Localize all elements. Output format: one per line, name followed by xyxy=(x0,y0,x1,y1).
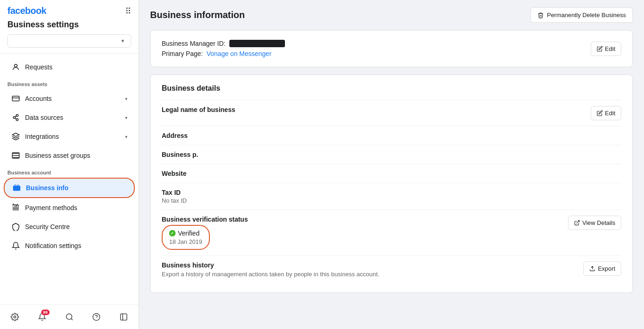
verification-status-section: ✓ Verified 18 Jan 2019 xyxy=(162,225,568,250)
data-sources-label: Data sources xyxy=(25,114,125,121)
svg-point-3 xyxy=(13,117,16,119)
tax-id-label: Tax ID xyxy=(162,189,621,196)
sidebar-item-business-info[interactable]: Business info xyxy=(4,178,135,198)
integrations-label: Integrations xyxy=(25,133,125,140)
sidebar-item-notification-settings[interactable]: Notification settings xyxy=(4,236,135,255)
website-label: Website xyxy=(162,170,621,177)
address-row: Address xyxy=(162,126,621,145)
facebook-logo: facebook xyxy=(7,6,46,16)
fb-logo-row: facebook ⠿ xyxy=(7,6,131,16)
notifications-badge: 99 xyxy=(41,310,50,315)
svg-rect-1 xyxy=(13,96,19,101)
svg-line-20 xyxy=(576,221,579,223)
verification-left: Business verification status ✓ Verified … xyxy=(162,216,568,250)
svg-point-4 xyxy=(16,114,19,117)
business-p-row: Business p. xyxy=(162,145,621,164)
svg-rect-9 xyxy=(13,186,20,191)
verified-pill: ✓ Verified 18 Jan 2019 xyxy=(162,225,210,250)
sidebar-bottom: 99 xyxy=(0,304,139,329)
verified-date: 18 Jan 2019 xyxy=(169,238,202,245)
business-info-icon xyxy=(12,183,21,192)
business-id-card: Business Manager ID: Primary Page: Vonag… xyxy=(150,30,633,67)
verification-row: Business verification status ✓ Verified … xyxy=(162,210,621,255)
tax-id-row: Tax ID No tax ID xyxy=(162,183,621,210)
legal-name-label: Legal name of business xyxy=(162,106,591,113)
sidebar-item-data-sources[interactable]: Data sources ▾ xyxy=(4,108,135,127)
permanently-delete-button[interactable]: Permanently Delete Business xyxy=(530,7,633,23)
primary-page-line: Primary Page: Vonage on Messenger xyxy=(162,50,285,57)
security-centre-label: Security Centre xyxy=(25,223,127,230)
notification-settings-label: Notification settings xyxy=(25,242,127,249)
svg-point-13 xyxy=(14,316,16,318)
business-dropdown[interactable]: ▼ xyxy=(7,34,131,48)
export-button[interactable]: Export xyxy=(583,261,621,276)
primary-page-link[interactable]: Vonage on Messenger xyxy=(207,50,271,57)
sidebar-top: facebook ⠿ Business settings ▼ xyxy=(0,0,139,54)
history-label: Business history xyxy=(162,261,583,269)
address-label: Address xyxy=(162,132,621,139)
manager-id-line: Business Manager ID: xyxy=(162,40,285,47)
edit-top-label: Edit xyxy=(605,45,615,52)
integrations-chevron-icon: ▾ xyxy=(125,134,127,139)
svg-point-5 xyxy=(16,118,19,121)
edit-legal-name-label: Edit xyxy=(605,110,615,117)
business-p-label: Business p. xyxy=(162,151,621,158)
accounts-icon xyxy=(11,94,20,103)
data-sources-icon xyxy=(11,113,20,122)
business-account-section-label: Business account xyxy=(0,165,139,177)
payment-methods-icon xyxy=(11,203,20,212)
sidebar-item-payment-methods[interactable]: Payment methods xyxy=(4,199,135,217)
tax-id-left: Tax ID No tax ID xyxy=(162,189,621,204)
business-assets-section-label: Business assets xyxy=(0,77,139,89)
view-details-label: View Details xyxy=(582,219,615,226)
help-button[interactable] xyxy=(89,310,104,324)
manager-id-label: Business Manager ID: xyxy=(162,40,226,47)
svg-point-14 xyxy=(66,314,72,319)
sidebar-nav: Requests Business assets Accounts ▾ Data… xyxy=(0,54,139,304)
settings-button[interactable] xyxy=(7,310,22,324)
data-sources-chevron-icon: ▾ xyxy=(125,115,127,120)
website-left: Website xyxy=(162,170,621,177)
tax-id-value: No tax ID xyxy=(162,197,621,204)
payment-methods-label: Payment methods xyxy=(25,204,127,211)
website-row: Website xyxy=(162,164,621,183)
sidebar-item-requests[interactable]: Requests xyxy=(4,58,135,76)
requests-label: Requests xyxy=(25,63,127,71)
biz-id-info: Business Manager ID: Primary Page: Vonag… xyxy=(162,40,285,57)
legal-name-left: Legal name of business xyxy=(162,106,591,113)
accounts-chevron-icon: ▾ xyxy=(125,96,127,101)
main-header: Business information Permanently Delete … xyxy=(139,0,644,30)
history-row: Business history Export a history of man… xyxy=(162,255,621,283)
sidebar-toggle-button[interactable] xyxy=(116,310,131,324)
integrations-icon xyxy=(11,132,20,141)
sidebar-title: Business settings xyxy=(7,20,131,30)
sidebar-item-integrations[interactable]: Integrations ▾ xyxy=(4,127,135,146)
notifications-button[interactable]: 99 xyxy=(35,310,50,324)
search-button[interactable] xyxy=(62,310,77,324)
security-centre-icon xyxy=(11,222,20,231)
legal-name-row: Legal name of business Edit xyxy=(162,100,621,126)
verified-badge: ✓ Verified xyxy=(169,230,202,237)
manager-id-value-redacted xyxy=(229,40,285,47)
sidebar-item-business-asset-groups[interactable]: Business asset groups xyxy=(4,146,135,165)
history-description: Export a history of management actions t… xyxy=(162,271,583,278)
svg-point-0 xyxy=(14,64,17,67)
business-details-title: Business details xyxy=(162,84,621,93)
business-p-left: Business p. xyxy=(162,151,621,158)
business-asset-groups-label: Business asset groups xyxy=(25,152,127,159)
sidebar-item-security-centre[interactable]: Security Centre xyxy=(4,217,135,236)
edit-top-button[interactable]: Edit xyxy=(591,42,621,56)
chevron-down-icon: ▼ xyxy=(120,38,125,43)
verification-label: Business verification status xyxy=(162,216,568,223)
sidebar-item-accounts[interactable]: Accounts ▾ xyxy=(4,89,135,108)
svg-line-15 xyxy=(71,318,72,320)
primary-page-label: Primary Page: xyxy=(162,50,203,57)
verified-checkmark-icon: ✓ xyxy=(169,230,176,236)
grid-icon[interactable]: ⠿ xyxy=(125,6,131,16)
biz-id-row: Business Manager ID: Primary Page: Vonag… xyxy=(162,40,621,57)
address-left: Address xyxy=(162,132,621,139)
edit-legal-name-button[interactable]: Edit xyxy=(591,106,621,120)
view-details-button[interactable]: View Details xyxy=(568,216,621,230)
svg-line-7 xyxy=(15,118,16,119)
business-details-card: Business details Legal name of business … xyxy=(150,74,633,293)
